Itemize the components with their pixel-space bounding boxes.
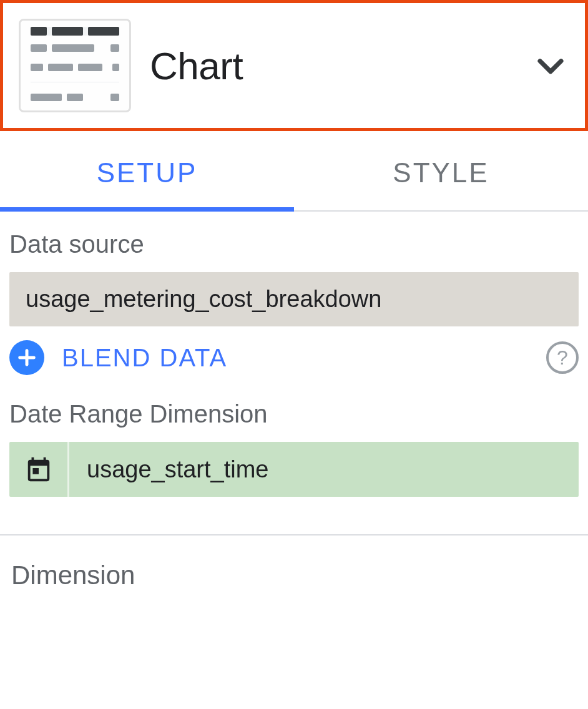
date-range-field-text: usage_start_time bbox=[69, 442, 269, 497]
chevron-down-icon bbox=[532, 47, 569, 84]
data-source-label: Data source bbox=[9, 230, 579, 258]
section-divider bbox=[0, 534, 588, 535]
data-source-chip[interactable]: usage_metering_cost_breakdown bbox=[9, 272, 579, 326]
date-range-dimension-field[interactable]: usage_start_time bbox=[9, 442, 579, 497]
tab-style[interactable]: STYLE bbox=[294, 139, 588, 210]
chart-type-selector[interactable]: Chart bbox=[0, 0, 588, 131]
calendar-icon bbox=[9, 442, 69, 497]
plus-icon[interactable] bbox=[9, 340, 44, 375]
date-range-dimension-label: Date Range Dimension bbox=[9, 400, 579, 428]
help-icon[interactable]: ? bbox=[546, 341, 579, 374]
tab-bar: SETUP STYLE bbox=[0, 139, 588, 212]
table-chart-icon bbox=[19, 19, 131, 112]
tab-setup[interactable]: SETUP bbox=[0, 139, 294, 212]
data-source-section: Data source usage_metering_cost_breakdow… bbox=[0, 212, 588, 497]
blend-data-row: BLEND DATA ? bbox=[9, 340, 579, 375]
chart-title: Chart bbox=[150, 44, 513, 88]
dimension-label: Dimension bbox=[0, 560, 588, 613]
blend-data-button[interactable]: BLEND DATA bbox=[62, 344, 529, 372]
